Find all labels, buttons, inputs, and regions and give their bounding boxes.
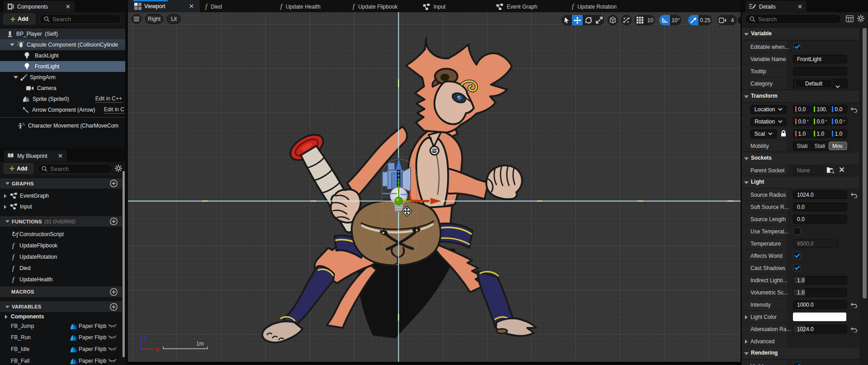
svg-text:1m: 1m	[196, 341, 204, 347]
svg-text:X: X	[156, 346, 160, 353]
svg-text:Z: Z	[143, 335, 147, 342]
